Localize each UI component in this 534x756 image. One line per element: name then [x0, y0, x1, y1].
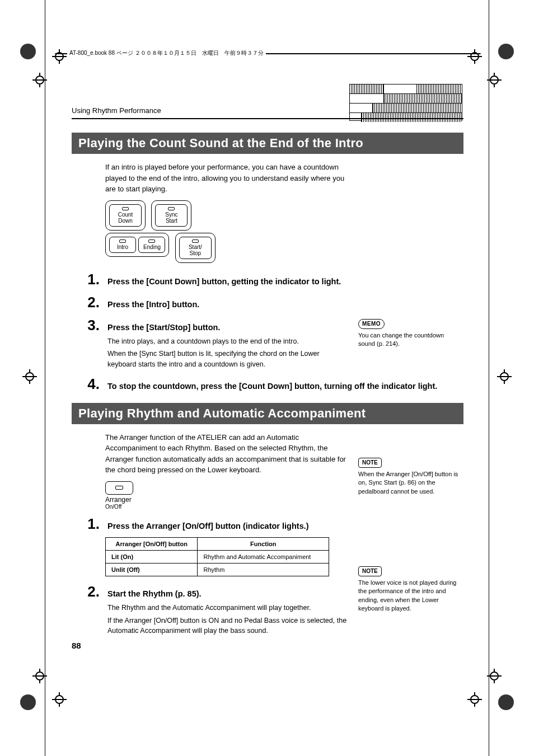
crosshair-mark: [22, 369, 37, 384]
intro-button: Intro: [109, 237, 136, 253]
crosshair-mark: [52, 49, 67, 64]
count-down-button: Count Down: [109, 204, 142, 227]
table-row: Lit (On)Rhythm and Automatic Accompanime…: [106, 550, 329, 563]
registration-mark: [498, 44, 514, 62]
crosshair-mark: [467, 692, 482, 707]
note-text: When the Arranger [On/Off] button is on,…: [358, 471, 458, 495]
crosshair-mark: [52, 692, 67, 707]
section-title-arranger: Playing Rhythm and Automatic Accompanime…: [72, 403, 463, 424]
memo-text: You can change the countdown sound (p. 2…: [358, 332, 444, 347]
step-3-sub1: The intro plays, and a countdown plays t…: [107, 336, 348, 347]
crosshair-mark: [487, 73, 502, 87]
note-badge: NOTE: [358, 458, 382, 468]
note-badge: NOTE: [358, 566, 382, 576]
arranger-button-icon: [105, 481, 133, 495]
step-2: 2.Press the [Intro] button.: [72, 294, 463, 311]
crosshair-mark: [487, 669, 502, 683]
note-1: NOTE When the Arranger [On/Off] button i…: [358, 458, 459, 496]
sync-start-button: Sync Start: [155, 204, 188, 227]
crop-line: [489, 0, 489, 756]
crosshair-mark: [32, 73, 47, 87]
step2-2-sub2: If the Arranger [On/Off] button is ON an…: [107, 616, 348, 637]
memo-badge: MEMO: [358, 319, 385, 329]
rule: [72, 118, 463, 119]
table-row: Unlit (Off)Rhythm: [106, 563, 329, 576]
step-4: 4.To stop the countdown, press the [Coun…: [72, 375, 463, 393]
table-header: Function: [198, 537, 329, 550]
button-diagram: Count Down Sync Start Intro Ending Start…: [105, 200, 463, 263]
arranger-label: Arranger: [105, 496, 463, 504]
step-1: 1.Press the [Count Down] button, getting…: [72, 271, 463, 288]
header-file-info: AT-800_e.book 88 ページ ２００８年１０月１５日 水曜日 午前９…: [67, 49, 266, 57]
arranger-sublabel: On/Off: [105, 504, 463, 510]
registration-mark: [20, 694, 36, 712]
arranger-function-table: Arranger [On/Off] buttonFunction Lit (On…: [105, 537, 329, 576]
section1-intro: If an intro is played before your perfor…: [105, 162, 346, 195]
note-2: NOTE The lower voice is not played durin…: [358, 566, 459, 613]
registration-mark: [20, 44, 36, 62]
step2-2-sub1: The Rhythm and the Automatic Accompanime…: [107, 603, 348, 613]
crosshair-mark: [497, 369, 512, 384]
step2-1: 1.Press the Arranger [On/Off] button (in…: [72, 515, 463, 533]
registration-mark: [498, 694, 514, 712]
table-header: Arranger [On/Off] button: [106, 537, 198, 550]
section-title-countdown: Playing the Count Sound at the End of th…: [72, 133, 463, 154]
section2-intro: The Arranger function of the ATELIER can…: [105, 432, 346, 476]
crosshair-mark: [32, 669, 47, 683]
ending-button: Ending: [138, 237, 165, 253]
step-3-sub2: When the [Sync Start] button is lit, spe…: [107, 349, 348, 370]
start-stop-button: Start/ Stop: [179, 237, 212, 259]
note-text: The lower voice is not played during the…: [358, 579, 456, 612]
crop-line: [45, 0, 45, 756]
page-number: 88: [72, 641, 81, 650]
crosshair-mark: [467, 49, 482, 64]
memo-note: MEMO You can change the countdown sound …: [358, 319, 459, 349]
running-head: Using Rhythm Performance: [72, 106, 463, 115]
